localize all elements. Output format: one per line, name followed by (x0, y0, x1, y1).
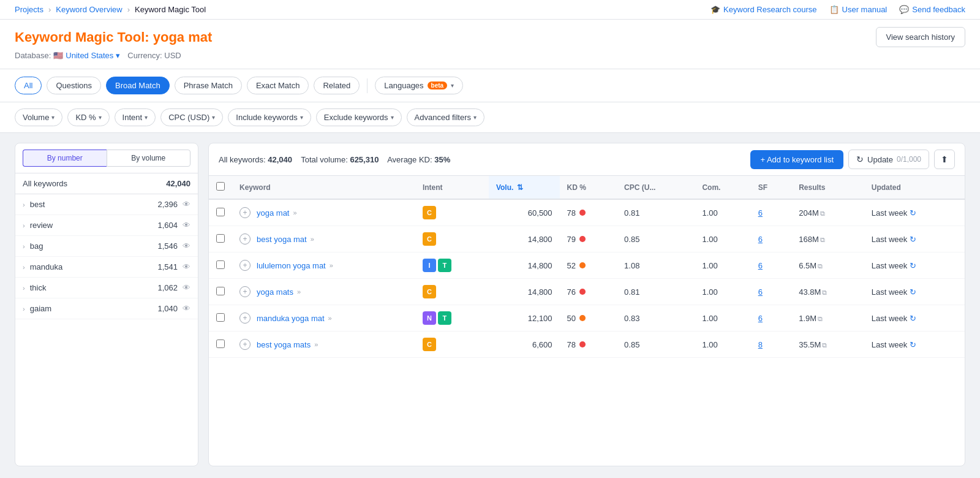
kd-dropdown[interactable]: KD % ▾ (67, 108, 109, 126)
tab-broad-match[interactable]: Broad Match (106, 77, 170, 94)
eye-icon[interactable]: 👁 (183, 200, 190, 209)
add-keyword-icon[interactable]: + (239, 313, 251, 324)
export-button[interactable]: ⬆ (934, 150, 955, 169)
row-checkbox[interactable] (216, 234, 225, 243)
list-item[interactable]: › best 2,396 👁 (15, 194, 198, 215)
keyword-link[interactable]: yoga mat (257, 208, 289, 218)
send-feedback-link[interactable]: 💬 Send feedback (899, 5, 965, 14)
chevron-down-icon: ▾ (451, 82, 454, 89)
refresh-icon[interactable]: ↻ (910, 208, 916, 218)
eye-icon[interactable]: 👁 (183, 304, 190, 313)
keyword-cell: + manduka yoga mat » (232, 305, 415, 332)
refresh-icon[interactable]: ↻ (910, 314, 916, 323)
page-header: Keyword Magic Tool: yoga mat View search… (0, 20, 980, 69)
keyword-link[interactable]: best yoga mat (257, 235, 307, 244)
results-link-icon[interactable]: ⧉ (820, 210, 825, 217)
com-cell: 1.00 (695, 332, 750, 358)
volume-cell: 14,800 (489, 279, 560, 305)
results-link-icon[interactable]: ⧉ (818, 315, 823, 322)
table-row: + lululemon yoga mat » IT14,800521.081.0… (209, 252, 965, 279)
row-checkbox[interactable] (216, 287, 225, 295)
eye-icon[interactable]: 👁 (183, 221, 190, 230)
page-title: Keyword Magic Tool: yoga mat (15, 29, 212, 45)
list-item[interactable]: › thick 1,062 👁 (15, 278, 198, 298)
expand-icon: › (23, 201, 25, 208)
add-keyword-icon[interactable]: + (239, 233, 251, 245)
eye-icon[interactable]: 👁 (183, 283, 190, 292)
list-item[interactable]: › gaiam 1,040 👁 (15, 298, 198, 319)
dropdown-arrow-icon[interactable]: ▾ (116, 51, 120, 60)
table-header-row: Keyword Intent Volu. ⇅ KD % CPC (U... Co… (209, 176, 965, 199)
results-link-icon[interactable]: ⧉ (820, 236, 825, 243)
intent-badge: C (423, 338, 436, 351)
add-keyword-icon[interactable]: + (239, 286, 251, 297)
results-link-icon[interactable]: ⧉ (818, 262, 823, 270)
update-button[interactable]: ↻ Update 0/1,000 (848, 150, 929, 169)
tab-exact-match[interactable]: Exact Match (247, 77, 309, 94)
tab-questions[interactable]: Questions (47, 77, 101, 94)
refresh-icon[interactable]: ↻ (910, 261, 916, 270)
select-all-header[interactable] (209, 176, 232, 199)
refresh-icon[interactable]: ↻ (910, 340, 916, 349)
keyword-research-link[interactable]: 🎓 Keyword Research course (710, 5, 816, 14)
sf-link[interactable]: 8 (758, 340, 763, 349)
updated-cell: Last week ↻ (864, 332, 965, 358)
advanced-filters-dropdown[interactable]: Advanced filters ▾ (407, 108, 485, 126)
list-item[interactable]: › manduka 1,541 👁 (15, 257, 198, 278)
sf-link[interactable]: 6 (758, 208, 763, 218)
com-cell: 1.00 (695, 199, 750, 226)
refresh-icon[interactable]: ↻ (910, 287, 916, 297)
row-checkbox[interactable] (216, 313, 225, 322)
breadcrumb-keyword-overview[interactable]: Keyword Overview (56, 5, 122, 14)
row-checkbox-cell (209, 226, 232, 252)
add-keyword-icon[interactable]: + (239, 260, 251, 271)
updated-cell: Last week ↻ (864, 279, 965, 305)
table-actions: + Add to keyword list ↻ Update 0/1,000 ⬆ (750, 150, 955, 169)
keyword-link[interactable]: manduka yoga mat (257, 314, 325, 323)
sf-link[interactable]: 6 (758, 261, 763, 270)
by-volume-button[interactable]: By volume (107, 150, 191, 167)
divider (367, 78, 368, 93)
database-selector[interactable]: United States (66, 51, 113, 60)
add-to-keyword-list-button[interactable]: + Add to keyword list (750, 150, 843, 169)
volume-cell: 6,600 (489, 332, 560, 358)
exclude-keywords-dropdown[interactable]: Exclude keywords ▾ (316, 108, 402, 126)
eye-icon[interactable]: 👁 (183, 262, 190, 271)
results-link-icon[interactable]: ⧉ (822, 341, 827, 349)
sf-link[interactable]: 6 (758, 287, 763, 297)
tab-all[interactable]: All (15, 77, 42, 94)
list-item[interactable]: › review 1,604 👁 (15, 215, 198, 236)
kd-cell: 52 (560, 252, 617, 279)
eye-icon[interactable]: 👁 (183, 241, 190, 251)
languages-button[interactable]: Languages beta ▾ (375, 77, 463, 94)
user-manual-link[interactable]: 📋 User manual (829, 5, 888, 14)
tab-phrase-match[interactable]: Phrase Match (175, 77, 242, 94)
chevron-icon: ▾ (391, 114, 394, 121)
add-keyword-icon[interactable]: + (239, 207, 251, 218)
cpc-dropdown[interactable]: CPC (USD) ▾ (160, 108, 223, 126)
intent-dropdown[interactable]: Intent ▾ (115, 108, 156, 126)
com-cell: 1.00 (695, 305, 750, 332)
include-keywords-dropdown[interactable]: Include keywords ▾ (228, 108, 311, 126)
keyword-link[interactable]: best yoga mats (257, 340, 311, 349)
row-checkbox[interactable] (216, 208, 225, 216)
results-link-icon[interactable]: ⧉ (822, 289, 827, 296)
row-checkbox[interactable] (216, 340, 225, 348)
refresh-icon[interactable]: ↻ (910, 235, 916, 244)
row-checkbox[interactable] (216, 260, 225, 269)
tab-related[interactable]: Related (314, 77, 360, 94)
keyword-link[interactable]: lululemon yoga mat (257, 261, 326, 270)
by-number-button[interactable]: By number (23, 150, 107, 167)
volume-dropdown[interactable]: Volume ▾ (15, 108, 62, 126)
results-cell: 43.8M⧉ (791, 279, 864, 305)
sf-link[interactable]: 6 (758, 235, 763, 244)
add-keyword-icon[interactable]: + (239, 339, 251, 350)
select-all-checkbox[interactable] (216, 182, 225, 191)
breadcrumb-projects[interactable]: Projects (15, 5, 43, 14)
list-item[interactable]: › bag 1,546 👁 (15, 236, 198, 257)
volume-col-header[interactable]: Volu. ⇅ (489, 176, 560, 199)
kd-indicator (579, 262, 586, 268)
view-search-history-button[interactable]: View search history (876, 27, 965, 47)
keyword-link[interactable]: yoga mats (257, 287, 293, 297)
sf-link[interactable]: 6 (758, 314, 763, 323)
